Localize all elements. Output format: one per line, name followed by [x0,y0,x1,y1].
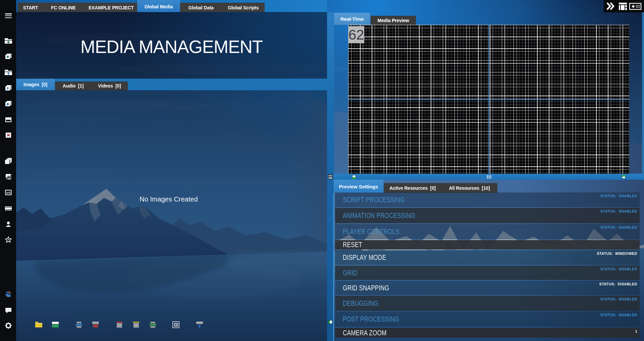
svg-text:VS: VS [6,191,11,194]
